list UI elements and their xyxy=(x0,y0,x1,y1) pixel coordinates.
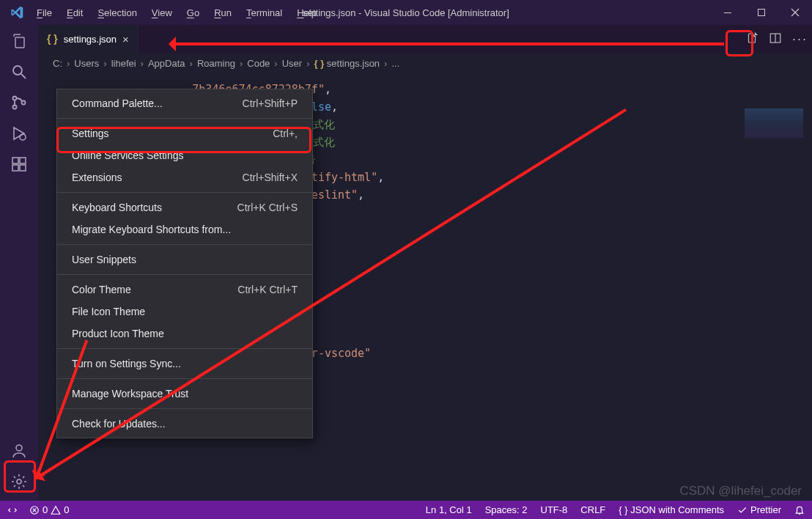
svg-point-4 xyxy=(13,106,17,109)
svg-point-11 xyxy=(16,445,22,451)
menu-item-product-icon-theme[interactable]: Product Icon Theme xyxy=(57,323,312,345)
menu-item-online-services-settings[interactable]: Online Services Settings xyxy=(57,144,312,166)
menu-item-file-icon-theme[interactable]: File Icon Theme xyxy=(57,301,312,323)
menu-item-extensions[interactable]: ExtensionsCtrl+Shift+X xyxy=(57,166,312,188)
title-bar: FileEditSelectionViewGoRunTerminalHelp s… xyxy=(0,0,812,25)
more-actions-icon[interactable]: ··· xyxy=(792,32,808,47)
menu-edit[interactable]: Edit xyxy=(61,4,89,21)
window-controls xyxy=(711,0,812,25)
open-settings-ui-icon[interactable] xyxy=(745,32,759,47)
menu-bar: FileEditSelectionViewGoRunTerminalHelp xyxy=(31,4,322,21)
close-icon[interactable]: × xyxy=(122,34,129,45)
svg-rect-1 xyxy=(759,10,765,16)
encoding[interactable]: UTF-8 xyxy=(541,504,568,515)
svg-rect-0 xyxy=(724,12,731,13)
notifications-bell-icon[interactable] xyxy=(794,505,805,515)
breadcrumb-segment[interactable]: C: xyxy=(53,58,62,69)
svg-rect-10 xyxy=(20,158,26,163)
menu-item-migrate-keyboard-shortcuts-from[interactable]: Migrate Keyboard Shortcuts from... xyxy=(57,218,312,240)
breadcrumb-segment[interactable]: lihefei xyxy=(111,58,136,69)
breadcrumb-segment[interactable]: Roaming xyxy=(197,58,235,69)
tab-settings-json[interactable]: { } settings.json × xyxy=(38,25,139,53)
minimap[interactable] xyxy=(745,108,803,138)
annotation-arrow xyxy=(170,43,724,45)
prettier-status[interactable]: Prettier xyxy=(737,504,781,515)
extensions-icon[interactable] xyxy=(9,154,29,174)
language-mode[interactable]: { } JSON with Comments xyxy=(619,504,724,515)
menu-selection[interactable]: Selection xyxy=(92,4,142,21)
menu-item-keyboard-shortcuts[interactable]: Keyboard ShortcutsCtrl+K Ctrl+S xyxy=(57,196,312,218)
remote-indicator[interactable] xyxy=(7,505,18,515)
search-icon[interactable] xyxy=(9,62,29,82)
menu-item-turn-on-settings-sync[interactable]: Turn on Settings Sync... xyxy=(57,353,312,375)
svg-rect-8 xyxy=(12,165,18,171)
window-title: settings.json - Visual Studio Code [Admi… xyxy=(303,7,509,18)
menu-run[interactable]: Run xyxy=(208,4,237,21)
menu-item-check-for-updates[interactable]: Check for Updates... xyxy=(57,413,312,435)
menu-terminal[interactable]: Terminal xyxy=(240,4,288,21)
menu-view[interactable]: View xyxy=(146,4,178,21)
explorer-icon[interactable] xyxy=(9,31,29,51)
svg-point-12 xyxy=(17,479,21,484)
json-icon: { } xyxy=(47,33,58,45)
minimize-button[interactable] xyxy=(711,0,745,25)
activity-bar xyxy=(0,25,38,501)
breadcrumb-segment[interactable]: Users xyxy=(74,58,99,69)
svg-point-3 xyxy=(13,97,17,100)
tab-label: settings.json xyxy=(64,34,117,45)
svg-point-5 xyxy=(22,101,26,105)
manage-gear-icon[interactable] xyxy=(9,471,29,492)
status-bar: 0 0 Ln 1, Col 1 Spaces: 2 UTF-8 CRLF { }… xyxy=(0,501,812,519)
svg-rect-9 xyxy=(20,165,26,171)
menu-item-user-snippets[interactable]: User Snippets xyxy=(57,249,312,270)
breadcrumb-segment[interactable]: Code xyxy=(247,58,270,69)
menu-go[interactable]: Go xyxy=(181,4,205,21)
problems-indicator[interactable]: 0 0 xyxy=(29,504,69,515)
maximize-button[interactable] xyxy=(745,0,778,25)
breadcrumb-segment[interactable]: { } settings.json xyxy=(314,58,380,69)
menu-file[interactable]: File xyxy=(31,4,58,21)
eol[interactable]: CRLF xyxy=(580,504,605,515)
breadcrumb-segment[interactable]: AppData xyxy=(148,58,185,69)
source-control-icon[interactable] xyxy=(9,92,29,113)
menu-item-color-theme[interactable]: Color ThemeCtrl+K Ctrl+T xyxy=(57,279,312,301)
accounts-icon[interactable] xyxy=(9,441,29,461)
tabs-row: { } settings.json × ··· xyxy=(38,25,812,53)
cursor-position[interactable]: Ln 1, Col 1 xyxy=(426,504,472,515)
watermark: CSDN @lihefei_coder xyxy=(679,484,802,498)
close-button[interactable] xyxy=(778,0,812,25)
breadcrumbs[interactable]: C:›Users›lihefei›AppData›Roaming›Code›Us… xyxy=(38,53,812,73)
indentation[interactable]: Spaces: 2 xyxy=(485,504,528,515)
menu-item-settings[interactable]: SettingsCtrl+, xyxy=(57,122,312,144)
menu-item-command-palette[interactable]: Command Palette...Ctrl+Shift+P xyxy=(57,92,312,114)
split-editor-icon[interactable] xyxy=(769,32,782,47)
svg-point-6 xyxy=(20,134,26,140)
run-debug-icon[interactable] xyxy=(9,123,29,144)
vscode-logo-icon xyxy=(10,6,23,19)
breadcrumb-segment[interactable]: ... xyxy=(391,58,399,69)
svg-rect-7 xyxy=(12,158,18,163)
breadcrumb-segment[interactable]: User xyxy=(282,58,302,69)
svg-point-2 xyxy=(13,66,22,75)
